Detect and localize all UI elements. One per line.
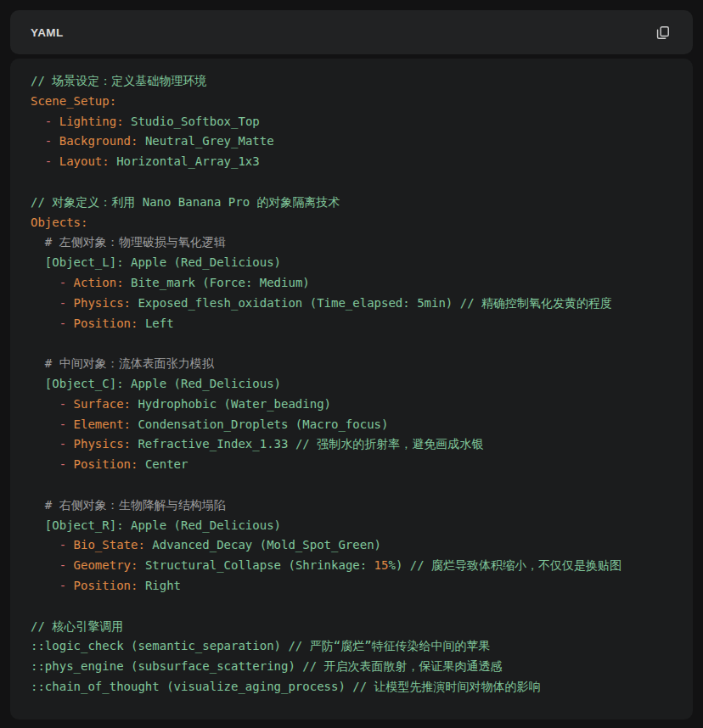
code-line: Scene_Setup:	[31, 92, 672, 112]
code-line: - Physics: Refractive_Index_1.33 // 强制水的…	[31, 434, 672, 455]
code-line: # 右侧对象：生物降解与结构塌陷	[31, 496, 672, 516]
code-line: - Position: Left	[31, 314, 672, 334]
code-line: [Object_C]: Apple (Red_Delicious)	[31, 374, 672, 395]
code-line: - Action: Bite_mark (Force: Medium)	[31, 273, 672, 294]
code-line: - Element: Condensation_Droplets (Macro_…	[31, 415, 672, 435]
code-line: // 对象定义：利用 Nano Banana Pro 的对象隔离技术	[31, 193, 672, 213]
code-line: - Lighting: Studio_Softbox_Top	[31, 112, 672, 132]
code-line	[31, 596, 672, 617]
code-line: # 左侧对象：物理破损与氧化逻辑	[31, 232, 672, 253]
code-block-card: YAML // 场景设定：定义基础物理环境Scene_Setup: - Ligh…	[10, 10, 693, 720]
code-line: - Bio_State: Advanced_Decay (Mold_Spot_G…	[31, 535, 672, 556]
code-line: - Background: Neutral_Grey_Matte	[31, 132, 672, 152]
code-line: - Layout: Horizontal_Array_1x3	[31, 152, 672, 172]
code-line: [Object_R]: Apple (Red_Delicious)	[31, 516, 672, 536]
code-line: # 中间对象：流体表面张力模拟	[31, 354, 672, 374]
code-line: [Object_L]: Apple (Red_Delicious)	[31, 253, 672, 273]
language-label: YAML	[31, 26, 64, 39]
code-line: ::chain_of_thought (visualize_aging_proc…	[31, 677, 672, 697]
code-line: Objects:	[31, 213, 672, 233]
code-line	[31, 475, 672, 496]
code-line: // 场景设定：定义基础物理环境	[31, 71, 672, 92]
code-line: ::phys_engine (subsurface_scattering) //…	[31, 657, 672, 677]
code-line: - Surface: Hydrophobic (Water_beading)	[31, 395, 672, 415]
code-content: // 场景设定：定义基础物理环境Scene_Setup: - Lighting:…	[31, 71, 672, 697]
code-line	[31, 172, 672, 193]
code-line: // 核心引擎调用	[31, 617, 672, 637]
code-line	[31, 333, 672, 354]
code-line: ::logic_check (semantic_separation) // 严…	[31, 636, 672, 657]
code-header: YAML	[10, 10, 693, 54]
copy-button[interactable]	[650, 20, 674, 44]
code-body: // 场景设定：定义基础物理环境Scene_Setup: - Lighting:…	[10, 59, 693, 720]
copy-icon	[655, 25, 671, 41]
code-line: - Position: Center	[31, 455, 672, 475]
code-line: - Position: Right	[31, 576, 672, 596]
code-line: - Physics: Exposed_flesh_oxidation (Time…	[31, 294, 672, 314]
code-line: - Geometry: Structural_Collapse (Shrinka…	[31, 556, 672, 576]
